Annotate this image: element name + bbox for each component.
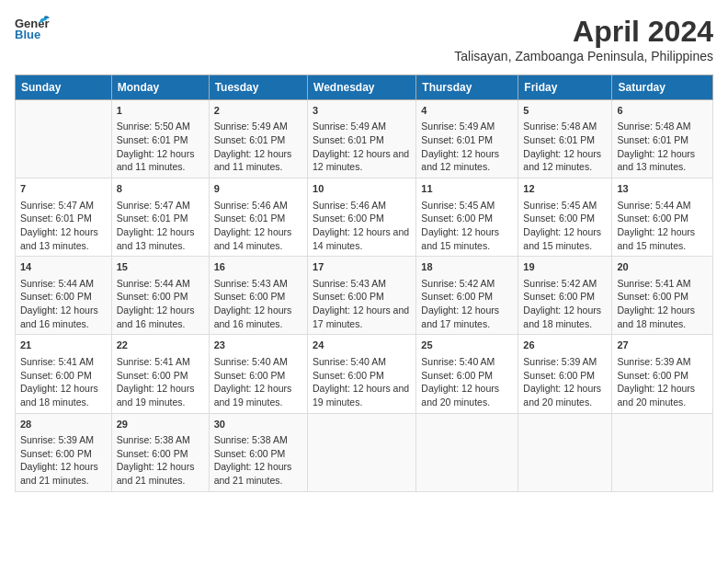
cell-info-line: Sunrise: 5:46 AM bbox=[214, 199, 302, 213]
cell-info-line: Daylight: 12 hours and 12 minutes. bbox=[523, 147, 607, 174]
calendar-subtitle: Talisayan, Zamboanga Peninsula, Philippi… bbox=[454, 49, 713, 63]
cell-info-line: Sunset: 6:00 PM bbox=[523, 212, 607, 225]
cell-info-line: Sunset: 6:00 PM bbox=[313, 212, 411, 225]
day-number: 14 bbox=[20, 260, 107, 274]
day-of-week-header: Monday bbox=[111, 75, 209, 100]
cell-info-line: Sunrise: 5:47 AM bbox=[117, 199, 204, 213]
cell-info-line: Daylight: 12 hours and 11 minutes. bbox=[117, 147, 204, 174]
day-number: 4 bbox=[421, 104, 513, 118]
calendar-cell bbox=[518, 413, 612, 491]
cell-info-line: Sunset: 6:00 PM bbox=[421, 290, 513, 304]
day-number: 11 bbox=[421, 182, 513, 196]
cell-info-line: Daylight: 12 hours and 21 minutes. bbox=[117, 460, 204, 487]
day-number: 5 bbox=[523, 104, 607, 118]
calendar-cell: 21Sunrise: 5:41 AMSunset: 6:00 PMDayligh… bbox=[16, 335, 112, 413]
cell-info-line: Sunrise: 5:41 AM bbox=[617, 277, 708, 291]
calendar-cell: 6Sunrise: 5:48 AMSunset: 6:01 PMDaylight… bbox=[612, 100, 713, 178]
day-number: 22 bbox=[117, 339, 204, 352]
cell-info-line: Daylight: 12 hours and 12 minutes. bbox=[421, 147, 513, 174]
cell-info-line: Sunset: 6:00 PM bbox=[117, 447, 204, 461]
calendar-cell: 14Sunrise: 5:44 AMSunset: 6:00 PMDayligh… bbox=[16, 257, 112, 335]
day-of-week-header: Friday bbox=[518, 75, 612, 100]
day-number: 30 bbox=[214, 418, 302, 431]
cell-info-line: Daylight: 12 hours and 20 minutes. bbox=[421, 382, 513, 408]
calendar-header-row: SundayMondayTuesdayWednesdayThursdayFrid… bbox=[16, 75, 713, 100]
day-number: 1 bbox=[117, 104, 204, 118]
cell-info-line: Sunset: 6:00 PM bbox=[20, 369, 107, 383]
cell-info-line: Sunset: 6:00 PM bbox=[117, 369, 204, 383]
cell-info-line: Daylight: 12 hours and 17 minutes. bbox=[313, 304, 411, 330]
day-number: 17 bbox=[313, 260, 411, 274]
day-of-week-header: Saturday bbox=[612, 75, 713, 100]
calendar-cell: 13Sunrise: 5:44 AMSunset: 6:00 PMDayligh… bbox=[612, 178, 713, 257]
cell-info-line: Sunrise: 5:38 AM bbox=[214, 433, 302, 447]
calendar-week-row: 1Sunrise: 5:50 AMSunset: 6:01 PMDaylight… bbox=[16, 100, 713, 178]
cell-info-line: Daylight: 12 hours and 14 minutes. bbox=[313, 225, 411, 252]
cell-info-line: Sunrise: 5:45 AM bbox=[523, 199, 607, 213]
calendar-cell: 17Sunrise: 5:43 AMSunset: 6:00 PMDayligh… bbox=[308, 257, 416, 335]
cell-info-line: Sunset: 6:00 PM bbox=[523, 369, 607, 383]
cell-info-line: Sunrise: 5:44 AM bbox=[617, 199, 708, 213]
cell-info-line: Sunset: 6:00 PM bbox=[421, 212, 513, 225]
day-number: 8 bbox=[117, 182, 204, 196]
day-number: 26 bbox=[523, 339, 607, 352]
day-number: 3 bbox=[313, 104, 411, 118]
cell-info-line: Daylight: 12 hours and 18 minutes. bbox=[20, 382, 107, 408]
calendar-week-row: 28Sunrise: 5:39 AMSunset: 6:00 PMDayligh… bbox=[16, 413, 713, 491]
calendar-cell: 30Sunrise: 5:38 AMSunset: 6:00 PMDayligh… bbox=[209, 413, 307, 491]
calendar-cell: 15Sunrise: 5:44 AMSunset: 6:00 PMDayligh… bbox=[111, 257, 209, 335]
cell-info-line: Daylight: 12 hours and 16 minutes. bbox=[20, 304, 107, 330]
cell-info-line: Sunset: 6:01 PM bbox=[20, 212, 107, 225]
day-of-week-header: Sunday bbox=[16, 75, 112, 100]
calendar-cell: 5Sunrise: 5:48 AMSunset: 6:01 PMDaylight… bbox=[518, 100, 612, 178]
calendar-cell: 26Sunrise: 5:39 AMSunset: 6:00 PMDayligh… bbox=[518, 335, 612, 413]
cell-info-line: Sunset: 6:01 PM bbox=[421, 133, 513, 147]
day-number: 6 bbox=[617, 104, 708, 118]
calendar-cell: 10Sunrise: 5:46 AMSunset: 6:00 PMDayligh… bbox=[308, 178, 416, 257]
cell-info-line: Sunset: 6:01 PM bbox=[313, 133, 411, 147]
cell-info-line: Sunset: 6:00 PM bbox=[617, 212, 708, 225]
calendar-cell: 18Sunrise: 5:42 AMSunset: 6:00 PMDayligh… bbox=[416, 257, 518, 335]
day-number: 24 bbox=[313, 339, 411, 352]
cell-info-line: Sunset: 6:00 PM bbox=[313, 369, 411, 383]
cell-info-line: Daylight: 12 hours and 13 minutes. bbox=[617, 147, 708, 174]
day-number: 20 bbox=[617, 260, 708, 274]
calendar-cell: 22Sunrise: 5:41 AMSunset: 6:00 PMDayligh… bbox=[111, 335, 209, 413]
calendar-cell: 28Sunrise: 5:39 AMSunset: 6:00 PMDayligh… bbox=[16, 413, 112, 491]
calendar-week-row: 7Sunrise: 5:47 AMSunset: 6:01 PMDaylight… bbox=[16, 178, 713, 257]
day-number: 21 bbox=[20, 339, 107, 352]
cell-info-line: Sunset: 6:01 PM bbox=[117, 133, 204, 147]
day-number: 25 bbox=[421, 339, 513, 352]
cell-info-line: Daylight: 12 hours and 17 minutes. bbox=[421, 304, 513, 330]
cell-info-line: Sunset: 6:01 PM bbox=[214, 133, 302, 147]
cell-info-line: Daylight: 12 hours and 18 minutes. bbox=[523, 304, 607, 330]
cell-info-line: Daylight: 12 hours and 18 minutes. bbox=[617, 304, 708, 330]
calendar-cell: 23Sunrise: 5:40 AMSunset: 6:00 PMDayligh… bbox=[209, 335, 307, 413]
day-number: 19 bbox=[523, 260, 607, 274]
calendar-cell: 25Sunrise: 5:40 AMSunset: 6:00 PMDayligh… bbox=[416, 335, 518, 413]
cell-info-line: Sunrise: 5:44 AM bbox=[117, 277, 204, 291]
cell-info-line: Daylight: 12 hours and 19 minutes. bbox=[214, 382, 302, 408]
cell-info-line: Sunrise: 5:41 AM bbox=[20, 355, 107, 369]
cell-info-line: Sunrise: 5:38 AM bbox=[117, 433, 204, 447]
calendar-cell: 29Sunrise: 5:38 AMSunset: 6:00 PMDayligh… bbox=[111, 413, 209, 491]
calendar-title-block: April 2024 Talisayan, Zamboanga Peninsul… bbox=[454, 15, 713, 63]
cell-info-line: Daylight: 12 hours and 15 minutes. bbox=[617, 225, 708, 252]
cell-info-line: Daylight: 12 hours and 21 minutes. bbox=[20, 460, 107, 487]
cell-info-line: Sunset: 6:01 PM bbox=[617, 133, 708, 147]
calendar-cell: 27Sunrise: 5:39 AMSunset: 6:00 PMDayligh… bbox=[612, 335, 713, 413]
cell-info-line: Daylight: 12 hours and 21 minutes. bbox=[214, 460, 302, 487]
cell-info-line: Sunrise: 5:40 AM bbox=[214, 355, 302, 369]
day-number: 9 bbox=[214, 182, 302, 196]
cell-info-line: Sunrise: 5:47 AM bbox=[20, 199, 107, 213]
calendar-title: April 2024 bbox=[454, 15, 713, 49]
day-number: 29 bbox=[117, 418, 204, 431]
cell-info-line: Daylight: 12 hours and 15 minutes. bbox=[523, 225, 607, 252]
cell-info-line: Sunset: 6:01 PM bbox=[523, 133, 607, 147]
cell-info-line: Sunrise: 5:39 AM bbox=[523, 355, 607, 369]
calendar-cell: 19Sunrise: 5:42 AMSunset: 6:00 PMDayligh… bbox=[518, 257, 612, 335]
cell-info-line: Daylight: 12 hours and 11 minutes. bbox=[214, 147, 302, 174]
day-number: 10 bbox=[313, 182, 411, 196]
cell-info-line: Sunset: 6:00 PM bbox=[117, 290, 204, 304]
cell-info-line: Sunset: 6:00 PM bbox=[214, 447, 302, 461]
